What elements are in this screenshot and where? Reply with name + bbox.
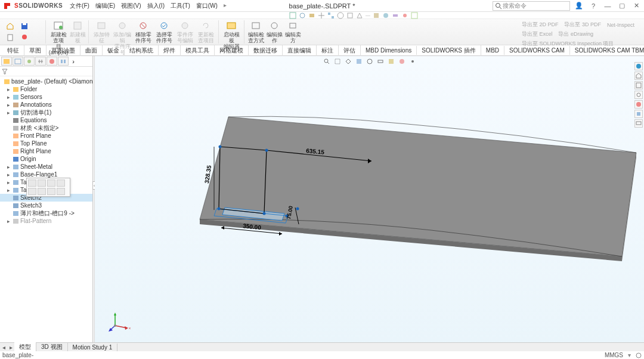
qat-icon[interactable] (327, 12, 335, 19)
tree-item[interactable]: ▸Annotations (0, 101, 92, 109)
qat-icon[interactable] (346, 12, 354, 19)
ribbon-edit-sell[interactable]: 编辑卖方 (284, 20, 302, 44)
help-icon[interactable]: ? (588, 1, 599, 11)
view-orient-icon[interactable] (343, 57, 353, 66)
bottom-tab-3dview[interactable]: 3D 视图 (36, 342, 68, 352)
home-icon[interactable] (4, 21, 17, 32)
ctx-btn-icon[interactable] (47, 180, 55, 187)
tab-sw-cam-tbm[interactable]: SOLIDWORKS CAM TBM (570, 46, 644, 55)
maximize-icon[interactable]: ▢ (617, 1, 627, 11)
export-2d-pdf[interactable]: 导出至 2D PDF (521, 20, 560, 29)
ctx-btn-icon[interactable] (38, 180, 46, 187)
taskpane-custom-icon[interactable] (634, 110, 643, 118)
tree-item[interactable]: Front Plane (0, 132, 92, 140)
qat-icon[interactable] (401, 12, 408, 19)
new-icon[interactable] (4, 32, 17, 43)
tab-mold[interactable]: 模具工具 (181, 45, 215, 56)
ribbon-edit-op[interactable]: 编辑操作 (265, 20, 283, 44)
qat-icon[interactable] (392, 12, 399, 19)
tree-item[interactable]: 薄片和槽口-槽口9 -> (0, 209, 92, 217)
tab-mesh[interactable]: 网格建模 (215, 45, 249, 56)
qat-icon[interactable] (337, 12, 344, 19)
menu-edit[interactable]: 编辑(E) (93, 1, 117, 11)
command-search-input[interactable]: 搜索命令 (493, 1, 570, 11)
tree-item[interactable]: ▸Sensors (0, 93, 92, 101)
panel-tab-config[interactable] (24, 57, 35, 66)
status-units[interactable]: MMGS (605, 352, 623, 358)
filter-icon[interactable] (1, 68, 8, 75)
taskpane-design-icon[interactable] (634, 81, 643, 89)
ctx-btn-icon[interactable] (38, 188, 46, 195)
panel-tab-dim[interactable] (35, 57, 46, 66)
ctx-btn-icon[interactable] (57, 188, 65, 195)
export-3d-pdf[interactable]: 导出至 3D PDF (563, 20, 602, 29)
tab-scroll-left-icon[interactable]: ◂ (0, 344, 7, 351)
bottom-tab-model[interactable]: 模型 (14, 342, 36, 352)
view-zoom-area-icon[interactable] (333, 57, 342, 66)
ctx-btn-icon[interactable] (57, 180, 65, 187)
tab-sw-cam[interactable]: SOLIDWORKS CAM (504, 46, 570, 55)
view-scene-icon[interactable] (386, 57, 396, 66)
qat-icon[interactable] (382, 12, 389, 19)
tree-item[interactable]: Equations (0, 116, 92, 124)
taskpane-resources-icon[interactable] (634, 62, 643, 70)
export-netinspect[interactable]: Net-Inspect (606, 21, 636, 29)
tree-item[interactable]: Top Plane (0, 140, 92, 147)
close-icon[interactable]: ✕ (631, 1, 642, 11)
balloon-icon[interactable] (18, 32, 31, 43)
tab-structure[interactable]: 结构系统 (125, 45, 159, 56)
tab-weldment[interactable]: 焊件 (159, 45, 181, 56)
tab-sw-addins[interactable]: SOLIDWORKS 插件 (417, 45, 481, 56)
tab-mbd-dims[interactable]: MBD Dimensions (361, 46, 417, 55)
minimize-icon[interactable]: — (602, 1, 613, 11)
menu-window[interactable]: 窗口(W) (194, 1, 220, 11)
view-settings-icon[interactable] (408, 57, 417, 66)
panel-tab-appear[interactable] (47, 57, 57, 66)
export-edrawing[interactable]: 导出 eDrawing (557, 30, 595, 39)
tree-item[interactable]: ▸Folder (0, 85, 92, 93)
qat-icon[interactable] (356, 12, 363, 19)
view-appearance-icon[interactable] (397, 57, 407, 66)
qat-icon[interactable] (318, 12, 325, 19)
tab-evaluate[interactable]: 评估 (339, 45, 361, 56)
context-toolbar[interactable] (26, 178, 70, 197)
view-display-icon[interactable] (365, 57, 374, 66)
ribbon-remove-seq[interactable]: 移除零件序号 (133, 20, 153, 44)
view-zoom-fit-icon[interactable] (322, 57, 332, 66)
menu-insert[interactable]: 插入(I) (145, 1, 167, 11)
taskpane-home-icon[interactable] (634, 72, 643, 80)
3d-viewport[interactable]: 328.35 635.15 350.00 75.00 x (95, 56, 644, 351)
tab-scroll-right-icon[interactable]: ▸ (7, 344, 14, 351)
status-icon[interactable] (636, 352, 642, 358)
ctx-btn-icon[interactable] (28, 180, 36, 187)
tab-surface[interactable]: 曲面 (80, 45, 103, 56)
export-excel[interactable]: 导出至 Excel (521, 30, 554, 39)
save-icon[interactable] (18, 21, 31, 32)
user-icon[interactable]: 👤 (574, 1, 584, 11)
qat-icon[interactable] (289, 12, 296, 19)
tree-item[interactable]: ▸Sheet-Metal (0, 163, 92, 171)
panel-expand-icon[interactable]: › (69, 57, 78, 66)
qat-icon[interactable] (299, 12, 306, 19)
tab-sheetmetal[interactable]: 钣金 (103, 45, 125, 56)
qat-icon[interactable] (411, 12, 418, 19)
menu-view[interactable]: 视图(V) (119, 1, 143, 11)
menu-more-icon[interactable]: ▸ (221, 1, 229, 11)
ribbon-edit-check[interactable]: 编辑检查方式 (247, 20, 265, 44)
tree-root[interactable]: base_plate- (Default) <Diamond T (0, 78, 92, 85)
tree-item[interactable]: Right Plane (0, 147, 92, 155)
tree-item[interactable]: Origin (0, 155, 92, 163)
menu-tools[interactable]: 工具(T) (168, 1, 193, 11)
tab-feature[interactable]: 特征 (2, 45, 24, 56)
view-section-icon[interactable] (354, 57, 364, 66)
ctx-btn-icon[interactable] (28, 188, 36, 195)
panel-tab-icon[interactable] (58, 57, 69, 66)
bottom-tab-motion[interactable]: Motion Study 1 (68, 343, 118, 351)
tree-item[interactable]: ▸Flat-Pattern (0, 217, 92, 225)
panel-tab-feature-tree[interactable] (1, 57, 12, 66)
taskpane-appear-icon[interactable] (634, 100, 643, 109)
taskpane-view-icon[interactable] (634, 91, 643, 99)
tab-direct-edit[interactable]: 直接编辑 (283, 45, 317, 56)
tab-data-migrate[interactable]: 数据迁移 (249, 45, 283, 56)
taskpane-forum-icon[interactable] (634, 119, 643, 128)
